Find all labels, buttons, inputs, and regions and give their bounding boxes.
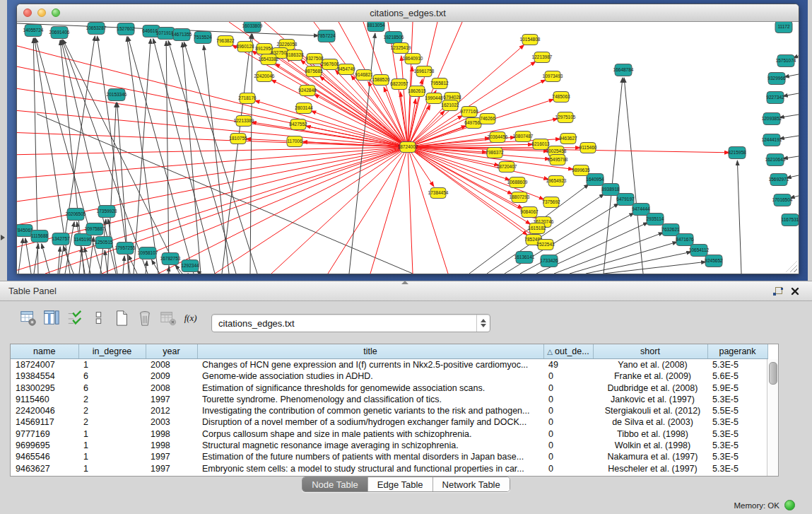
graph-node[interactable]: 7632621 <box>661 224 680 236</box>
graph-node[interactable]: 18724007 <box>398 142 418 153</box>
graph-node[interactable]: 7485063 <box>552 92 570 103</box>
graph-node[interactable]: 1145190 <box>74 234 92 246</box>
graph-edge[interactable] <box>126 37 158 274</box>
graph-edge[interactable] <box>222 34 252 274</box>
graph-edge[interactable] <box>152 259 160 274</box>
graph-edge[interactable] <box>604 78 623 274</box>
graph-edge[interactable] <box>554 233 664 274</box>
graph-node[interactable]: 8215958 <box>728 147 746 159</box>
graph-node[interactable]: 7986372 <box>486 148 504 158</box>
table-row[interactable]: 977716911998Corpus callosum shape and si… <box>11 428 767 440</box>
graph-node[interactable]: 2967608 <box>321 59 339 70</box>
column-header-year[interactable]: year <box>146 344 197 359</box>
scrollbar-thumb[interactable] <box>769 362 777 385</box>
table-row[interactable]: 1830029562008Estimation of significance … <box>11 382 767 394</box>
graph-node[interactable]: 9875685 <box>305 66 323 77</box>
tab-network-table[interactable]: Network Table <box>433 477 510 491</box>
column-header-out-de-[interactable]: △out_de... <box>543 344 593 359</box>
panel-splitter-handle[interactable] <box>401 281 408 284</box>
graph-node[interactable]: 17384454 <box>428 188 449 199</box>
column-header-pagerank[interactable]: pagerank <box>707 344 767 359</box>
graph-node[interactable]: 8938918 <box>601 184 620 196</box>
graph-node[interactable]: 16648784 <box>613 64 634 76</box>
minimize-window-button[interactable] <box>37 8 46 17</box>
table-row[interactable]: 946362711997Embryonic stem cells: a mode… <box>11 463 767 474</box>
network-window-titlebar[interactable]: citations_edges.txt <box>17 4 799 22</box>
tab-edge-table[interactable]: Edge Table <box>368 477 433 491</box>
graph-node[interactable]: 9227342 <box>766 92 784 104</box>
graph-edge[interactable] <box>408 147 413 274</box>
graph-node[interactable]: 1733426 <box>540 255 558 267</box>
graph-edge[interactable] <box>42 244 49 274</box>
graph-edge[interactable] <box>17 132 408 147</box>
graph-node[interactable]: 16210643 <box>765 154 786 166</box>
graph-node[interactable]: 12213389 <box>234 116 254 127</box>
function-builder-icon[interactable]: f(x) <box>183 309 200 327</box>
graph-node[interactable]: 12213987 <box>532 52 553 63</box>
graph-node[interactable]: 7857224 <box>317 30 336 42</box>
graph-node[interactable]: 10973493 <box>543 71 563 82</box>
graph-node[interactable]: 9777169 <box>460 107 478 117</box>
graph-node[interactable]: 15692971 <box>769 174 789 186</box>
graph-edge[interactable] <box>783 93 799 96</box>
graph-node[interactable]: 22420046 <box>254 71 275 82</box>
table-row[interactable]: 969969511998Structural magnetic resonanc… <box>11 440 767 451</box>
graph-edge[interactable] <box>737 160 741 274</box>
graph-node[interactable]: 17957255 <box>115 243 136 255</box>
graph-node[interactable]: 1167531 <box>782 214 799 226</box>
graph-edge[interactable] <box>17 147 408 155</box>
column-header-name[interactable]: name <box>11 344 78 359</box>
graph-node[interactable]: 12975105 <box>555 112 576 123</box>
float-window-icon[interactable] <box>770 284 787 298</box>
column-header-short[interactable]: short <box>593 344 707 359</box>
citation-network-graph[interactable]: 1405572420691406106532871527602646616110… <box>17 22 799 274</box>
graph-node[interactable]: 1621022 <box>441 100 459 111</box>
graph-node[interactable]: 8471676 <box>676 234 694 246</box>
table-settings-icon[interactable] <box>20 309 37 327</box>
graph-node[interactable]: 20691406 <box>49 27 70 39</box>
graph-node[interactable]: 1115688 <box>31 230 49 243</box>
graph-node[interactable]: 1615182 <box>528 223 546 234</box>
graph-node[interactable]: 17359928 <box>97 206 117 218</box>
graph-node[interactable]: 12325419 <box>391 43 411 54</box>
graph-node[interactable]: 18807293 <box>510 192 530 203</box>
graph-node[interactable]: 19654923 <box>546 176 567 187</box>
delete-entries-icon[interactable] <box>136 309 153 327</box>
graph-node[interactable]: 1990448 <box>425 93 443 104</box>
graph-node[interactable]: 8960128 <box>236 42 254 52</box>
graph-node[interactable]: 16033809 <box>242 22 263 33</box>
graph-node[interactable]: 2935114 <box>647 214 664 226</box>
graph-node[interactable]: 7955812 <box>430 78 449 89</box>
close-panel-icon[interactable] <box>787 284 804 298</box>
graph-node[interactable]: 9115460 <box>579 143 597 153</box>
graph-edge[interactable] <box>250 34 252 274</box>
graph-edge[interactable] <box>408 147 527 235</box>
table-vertical-scrollbar[interactable] <box>767 359 778 476</box>
graph-node[interactable]: 117006 <box>287 136 302 147</box>
graph-node[interactable]: 16782753 <box>160 253 181 265</box>
graph-edge[interactable] <box>604 262 706 274</box>
graph-node[interactable]: 10975887 <box>85 223 105 235</box>
graph-node[interactable]: 8454749 <box>337 64 355 75</box>
graph-edge[interactable] <box>166 41 169 274</box>
graph-node[interactable]: 1588520 <box>372 75 390 86</box>
table-row[interactable]: 911546021997Tourette syndrome. Phenomeno… <box>11 394 767 405</box>
table-row[interactable]: 946554611997Estimation of the future num… <box>11 451 767 462</box>
collapsed-panel-arrow-icon[interactable] <box>1 235 5 240</box>
select-rows-icon[interactable] <box>66 309 83 327</box>
graph-edge[interactable] <box>64 246 73 274</box>
graph-node[interactable]: 1810755 <box>229 134 247 144</box>
graph-edge[interactable] <box>370 147 408 274</box>
graph-node[interactable]: 9245652 <box>705 255 723 267</box>
graph-node[interactable]: 2803144 <box>295 103 313 114</box>
graph-node[interactable]: 20153346 <box>107 89 127 101</box>
graph-node[interactable]: 9242848 <box>298 86 317 96</box>
table-row[interactable]: 1456911722003Disruption of a novel membe… <box>11 416 767 428</box>
graph-edge[interactable] <box>784 74 799 77</box>
graph-edge[interactable] <box>586 252 691 274</box>
graph-node[interactable]: 2522543 <box>536 240 555 250</box>
table-row[interactable]: 1938455462009Genome-wide association stu… <box>11 370 767 382</box>
delete-table-icon[interactable] <box>160 309 177 327</box>
graph-edge[interactable] <box>105 250 107 274</box>
graph-node[interactable]: 1292344 <box>181 260 199 272</box>
